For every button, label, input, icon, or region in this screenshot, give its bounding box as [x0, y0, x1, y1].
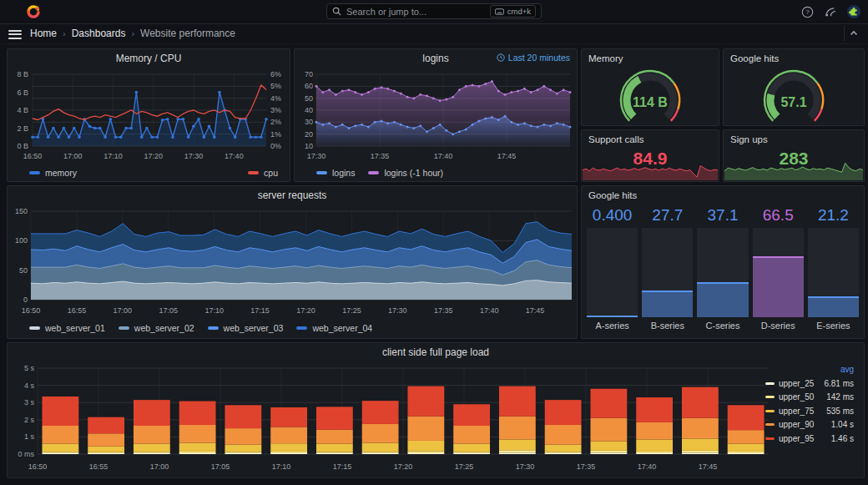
panel-title[interactable]: client side full page load [8, 343, 864, 361]
svg-text:17:20: 17:20 [394, 462, 413, 471]
menu-toggle-icon[interactable] [8, 28, 22, 39]
svg-text:17:30: 17:30 [516, 462, 535, 471]
grafana-logo-icon[interactable] [25, 3, 42, 20]
legend-item[interactable]: memory [29, 168, 77, 178]
time-range-badge[interactable]: Last 20 minutes [497, 53, 570, 63]
bar-gauge-value: 27.7 [642, 206, 693, 228]
svg-text:17:25: 17:25 [455, 462, 474, 471]
breadcrumb-dashboards[interactable]: Dashboards [72, 28, 126, 39]
breadcrumb-current: Website performance [140, 28, 235, 39]
panel-title[interactable]: Memory [582, 49, 719, 63]
panel-title[interactable]: Memory / CPU [8, 49, 290, 68]
svg-text:17:20: 17:20 [144, 152, 164, 160]
sign-ups-sparkline [724, 159, 863, 180]
legend-item[interactable]: upper_256.81 ms [765, 376, 855, 391]
panel-google-hits-gauge: Google hits 57.1 [723, 48, 865, 126]
svg-text:16:50: 16:50 [23, 152, 43, 160]
svg-text:16:55: 16:55 [89, 462, 108, 471]
svg-text:17:20: 17:20 [296, 306, 315, 315]
bar-gauge-fill [697, 282, 748, 317]
support-calls-sparkline [583, 159, 718, 180]
svg-text:6 B: 6 B [17, 88, 28, 97]
svg-text:4%: 4% [270, 94, 281, 103]
legend-swatch [765, 410, 775, 412]
svg-text:17:30: 17:30 [307, 152, 326, 160]
bar-gauge-track[interactable] [753, 228, 804, 317]
legend-item[interactable]: web_server_04 [296, 323, 372, 333]
breadcrumb-home[interactable]: Home [30, 28, 57, 39]
svg-text:17:10: 17:10 [103, 152, 123, 160]
bar-gauge-track[interactable] [808, 228, 859, 317]
bar-gauge-value: 21.2 [808, 206, 859, 228]
logins-chart[interactable]: 1020304050607017:3017:3517:4017:45 [295, 68, 577, 163]
svg-text:17:40: 17:40 [434, 152, 453, 160]
bar-gauge-value: 37.1 [697, 206, 748, 228]
svg-text:0: 0 [23, 296, 28, 304]
server-requests-chart[interactable]: 05010015016:5016:5517:0017:0517:1017:151… [8, 205, 577, 318]
legend-header: avg [765, 365, 855, 376]
bar-gauge: 0.400A-series27.7B-series37.1C-series66.… [587, 206, 859, 333]
svg-text:17:15: 17:15 [250, 306, 270, 315]
panel-title[interactable]: server requests [8, 186, 577, 205]
svg-text:17:00: 17:00 [150, 462, 169, 471]
news-icon[interactable] [824, 6, 836, 18]
bar-gauge-column[interactable]: 66.5D-series [753, 206, 804, 333]
legend-item[interactable]: upper_901.04 s [765, 418, 855, 432]
bar-gauge-column[interactable]: 21.2E-series [808, 206, 859, 333]
svg-text:17:45: 17:45 [526, 306, 545, 315]
bar-gauge-column[interactable]: 27.7B-series [642, 206, 693, 333]
legend-item[interactable]: upper_951.46 s [765, 432, 855, 446]
memory-cpu-chart[interactable]: 0%1%2%3%4%5%6%0 B2 B4 B6 B8 B16:5017:001… [8, 68, 290, 163]
svg-text:16:50: 16:50 [28, 462, 48, 471]
panel-title[interactable]: Google hits [724, 49, 864, 63]
bar-gauge-column[interactable]: 0.400A-series [587, 206, 638, 333]
bar-gauge-track[interactable] [642, 228, 693, 317]
svg-text:5%: 5% [270, 82, 281, 90]
panel-sign-ups: Sign ups 283 [723, 129, 865, 182]
panel-title[interactable]: Sign ups [724, 130, 864, 144]
logins-legend: logins logins (-1 hour) [295, 166, 577, 178]
bar-gauge-value: 0.400 [587, 206, 638, 228]
legend-swatch [765, 437, 775, 440]
search-shortcut: cmd+k [490, 5, 536, 18]
svg-text:5 s: 5 s [24, 364, 35, 372]
search-input[interactable]: Search or jump to... cmd+k [326, 3, 542, 19]
bar-gauge-track[interactable] [697, 228, 748, 317]
svg-text:17:40: 17:40 [638, 462, 657, 471]
chevron-right-icon: › [63, 28, 66, 38]
client-load-chart[interactable]: 0 ms1 s2 s3 s4 s5 s16:5016:5517:0017:051… [8, 361, 864, 476]
bar-gauge-label: D-series [753, 321, 804, 333]
panel-title[interactable]: Support calls [582, 130, 719, 144]
legend-swatch [765, 396, 775, 398]
legend-item[interactable]: web_server_03 [208, 323, 284, 333]
bar-gauge-track[interactable] [587, 228, 638, 317]
legend-avg-value: 1.04 s [831, 420, 855, 429]
svg-text:3 s: 3 s [24, 398, 35, 407]
legend-item[interactable]: web_server_02 [119, 323, 194, 333]
help-icon[interactable]: ? [801, 6, 814, 18]
chevron-right-icon: › [131, 28, 134, 38]
svg-text:17:00: 17:00 [63, 152, 83, 160]
svg-text:17:15: 17:15 [333, 462, 352, 471]
legend-item[interactable]: logins [316, 168, 355, 178]
search-placeholder: Search or jump to... [346, 7, 490, 17]
svg-text:2 B: 2 B [17, 124, 28, 133]
svg-text:0 ms: 0 ms [18, 450, 34, 458]
bar-gauge-column[interactable]: 37.1C-series [697, 206, 748, 333]
bar-gauge-fill [642, 290, 693, 317]
bar-gauge-fill [587, 316, 638, 317]
breadcrumb: Home › Dashboards › Website performance [30, 23, 235, 43]
legend-item[interactable]: web_server_01 [29, 323, 105, 333]
legend-item[interactable]: logins (-1 hour) [368, 168, 443, 178]
legend-item[interactable]: cpu [248, 168, 278, 178]
legend-item[interactable]: upper_75535 ms [765, 404, 855, 418]
user-avatar[interactable] [846, 4, 861, 19]
panel-title[interactable]: Google hits [582, 186, 864, 200]
bar-gauge-label: B-series [642, 321, 693, 333]
svg-text:17:25: 17:25 [342, 306, 361, 315]
legend-label: upper_90 [779, 420, 831, 429]
legend-item[interactable]: upper_50142 ms [765, 391, 855, 405]
collapse-row-button[interactable] [844, 26, 863, 41]
legend-avg-value: 142 ms [826, 392, 855, 402]
legend-avg-value: 6.81 ms [824, 379, 855, 388]
